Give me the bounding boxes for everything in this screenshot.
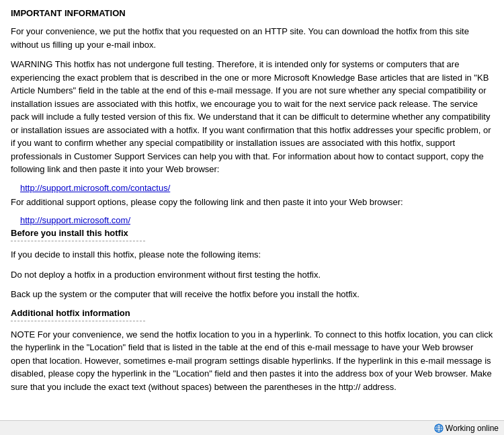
item2-paragraph: Back up the system or the computer that … [11,288,493,301]
main-content: IMPORTANT INFORMATION For your convenien… [0,0,504,427]
before-install-title: Before you install this hotfix [11,228,493,238]
item1-paragraph: Do not deploy a hotfix in a production e… [11,268,493,282]
separator-1 [11,241,145,241]
separator-2 [11,321,145,321]
items-intro-paragraph: If you decide to install this hotfix, pl… [11,248,493,262]
contact-support-link[interactable]: http://support.microsoft.com/contactus/ [20,183,493,193]
note-paragraph: NOTE For your convenience, we send the h… [11,328,493,394]
support-link[interactable]: http://support.microsoft.com/ [20,215,493,225]
working-online-label: Working online [446,424,499,433]
warning-paragraph: WARNING This hotfix has not undergone fu… [11,58,493,176]
status-bar: Working online [0,420,504,435]
globe-icon [434,424,444,433]
additional-support-paragraph: For additional support options, please c… [11,196,493,209]
additional-info-title: Additional hotfix information [11,308,493,318]
page-title: IMPORTANT INFORMATION [11,8,493,18]
status-text: Working online [434,424,499,433]
intro-paragraph: For your convenience, we put the hotfix … [11,25,493,51]
